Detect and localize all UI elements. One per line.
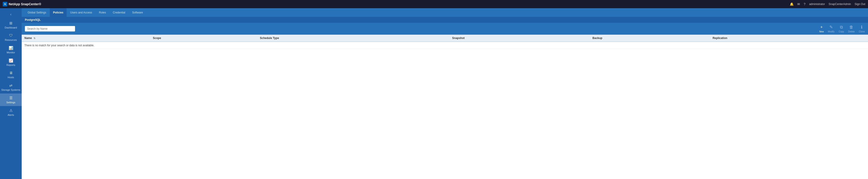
netapp-logo: N NetApp SnapCenter® (3, 2, 41, 6)
hosts-icon: 🖥 (9, 71, 13, 75)
tab-policies[interactable]: Policies (50, 8, 66, 17)
tab-credential[interactable]: Credential (110, 8, 128, 17)
sidebar-item-dashboard[interactable]: ⊞ Dashboard (0, 19, 22, 31)
table-container: Name ⇅ Scope Schedule Type Snapshot (22, 35, 868, 179)
reports-icon: 📈 (9, 58, 13, 63)
delete-label: Delete (848, 30, 855, 33)
top-nav-left: N NetApp SnapCenter® (3, 2, 41, 6)
new-button[interactable]: + New (819, 25, 824, 33)
sub-header-title: PostgreSQL (25, 18, 41, 22)
top-navbar: N NetApp SnapCenter® 🔔 ✉ ? administrator… (0, 0, 868, 8)
clone-icon: ℹ (861, 25, 863, 30)
sidebar-toggle[interactable]: ‹ (0, 10, 22, 19)
delete-button[interactable]: 🗑 Delete (848, 25, 855, 33)
modify-icon: ✎ (830, 25, 833, 30)
sidebar-label-dashboard: Dashboard (5, 26, 17, 29)
table-header-row: Name ⇅ Scope Schedule Type Snapshot (22, 35, 868, 42)
app-title: NetApp SnapCenter® (9, 2, 41, 6)
alerts-icon: ⚠ (9, 108, 12, 113)
sidebar-label-storage-systems: Storage Systems (1, 88, 21, 91)
top-nav-right: 🔔 ✉ ? administrator SnapCenterAdmin Sign… (790, 2, 865, 6)
table-header: Name ⇅ Scope Schedule Type Snapshot (22, 35, 868, 42)
storage-systems-icon: ⇄ (9, 83, 12, 88)
clone-button[interactable]: ℹ Clone (859, 25, 865, 33)
tab-global-settings[interactable]: Global Settings (24, 8, 49, 17)
resources-icon: 🛡 (9, 33, 13, 38)
col-name: Name ⇅ (22, 35, 150, 42)
settings-tabs: Global Settings Policies Users and Acces… (22, 8, 868, 17)
main-content: Global Settings Policies Users and Acces… (22, 8, 868, 179)
notification-icon[interactable]: 🔔 (790, 2, 794, 6)
no-data-message: There is no match for your search or dat… (22, 42, 868, 49)
delete-icon: 🗑 (849, 25, 854, 30)
settings-icon: ☰ (9, 96, 12, 100)
snapcenter-admin-label[interactable]: SnapCenterAdmin (829, 2, 851, 6)
dashboard-icon: ⊞ (9, 21, 12, 25)
tab-users-and-access[interactable]: Users and Access (67, 8, 95, 17)
sidebar-item-hosts[interactable]: 🖥 Hosts (0, 69, 22, 81)
col-scope: Scope (150, 35, 257, 42)
signout-button[interactable]: Sign Out (855, 2, 865, 6)
sidebar-label-resources: Resources (5, 38, 17, 41)
modify-button[interactable]: ✎ Modify (828, 25, 834, 33)
mail-icon[interactable]: ✉ (797, 2, 800, 6)
sidebar-label-alerts: Alerts (7, 114, 14, 116)
col-snapshot: Snapshot (450, 35, 590, 42)
main-layout: ‹ ⊞ Dashboard 🛡 Resources 📊 Monitor 📈 Re… (0, 8, 868, 179)
sidebar-label-monitor: Monitor (7, 51, 15, 54)
col-replication: Replication (710, 35, 868, 42)
sub-header: PostgreSQL (22, 17, 868, 23)
table-body: There is no match for your search or dat… (22, 42, 868, 49)
sidebar-item-resources[interactable]: 🛡 Resources (0, 31, 22, 43)
tab-software[interactable]: Software (129, 8, 146, 17)
sidebar-item-alerts[interactable]: ⚠ Alerts (0, 106, 22, 119)
col-backup: Backup (590, 35, 710, 42)
clone-label: Clone (859, 30, 865, 33)
copy-label: Copy (839, 30, 844, 33)
sidebar-item-reports[interactable]: 📈 Reports (0, 56, 22, 69)
sidebar-label-hosts: Hosts (7, 76, 14, 79)
sidebar-item-settings[interactable]: ☰ Settings (0, 93, 22, 106)
col-schedule-type: Schedule Type (257, 35, 450, 42)
search-input[interactable] (25, 26, 75, 31)
sidebar-label-reports: Reports (6, 64, 15, 66)
tab-roles[interactable]: Roles (96, 8, 109, 17)
sidebar-item-monitor[interactable]: 📊 Monitor (0, 43, 22, 56)
user-label[interactable]: administrator (809, 2, 825, 6)
toolbar-actions: + New ✎ Modify ⧉ Copy 🗑 Delete ℹ Clon (819, 25, 865, 33)
table-no-data-row: There is no match for your search or dat… (22, 42, 868, 49)
sidebar: ‹ ⊞ Dashboard 🛡 Resources 📊 Monitor 📈 Re… (0, 8, 22, 179)
sidebar-item-storage-systems[interactable]: ⇄ Storage Systems (0, 81, 22, 93)
copy-icon: ⧉ (840, 25, 843, 30)
monitor-icon: 📊 (9, 46, 13, 50)
logo-icon: N (3, 2, 7, 6)
copy-button[interactable]: ⧉ Copy (839, 25, 844, 33)
sort-icon-name[interactable]: ⇅ (34, 37, 35, 39)
sidebar-label-settings: Settings (6, 101, 16, 104)
new-label: New (819, 30, 824, 33)
toolbar: + New ✎ Modify ⧉ Copy 🗑 Delete ℹ Clon (22, 23, 868, 35)
help-icon[interactable]: ? (804, 2, 806, 6)
policies-table: Name ⇅ Scope Schedule Type Snapshot (22, 35, 868, 49)
new-icon: + (820, 25, 823, 30)
modify-label: Modify (828, 30, 834, 33)
